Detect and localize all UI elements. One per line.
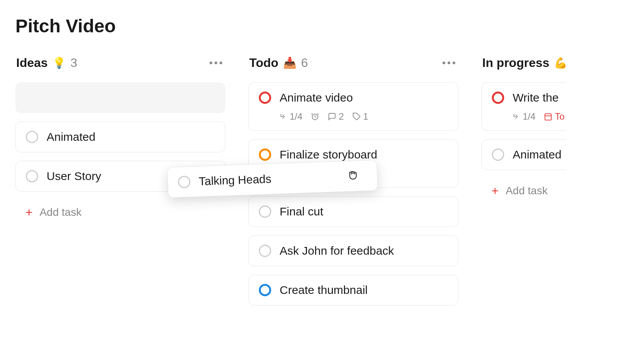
card-title: Talking Heads [199,172,272,188]
lightbulb-icon: 💡 [52,57,66,69]
status-circle-icon[interactable] [178,175,191,188]
tags-badge: 1 [352,111,368,122]
card-title: Animate video [280,91,353,104]
card-meta: 1/4 2 1 [280,111,448,122]
column-header-left: Ideas 💡 3 [16,56,77,70]
status-circle-icon[interactable] [26,170,38,182]
column-title: Todo [249,56,278,70]
grab-cursor-icon [346,168,359,184]
svg-rect-2 [545,114,552,120]
column-ideas: Ideas 💡 3 Animated User Story + Add task [15,56,225,225]
card-title: Final cut [280,205,323,218]
subtask-icon [280,113,287,120]
column-count: 6 [301,56,308,70]
reminder-badge [311,112,319,121]
board-title: Pitch Video [15,15,629,37]
status-circle-icon[interactable] [259,245,271,257]
task-card-ask-john[interactable]: Ask John for feedback [248,235,458,266]
add-task-label: Add task [40,206,82,219]
status-circle-icon[interactable] [492,148,504,161]
column-header: Todo 📥 6 [248,56,458,70]
date-badge: To [544,111,564,122]
card-meta: 1/4 To [513,111,566,122]
task-card-create-thumbnail[interactable]: Create thumbnail [248,275,458,305]
column-count: 3 [70,56,77,70]
status-circle-icon[interactable] [492,92,504,104]
column-header-left: In progress 💪 [482,56,566,70]
flex-arm-icon: 💪 [554,57,566,69]
card-title: Finalize storyboard [280,148,377,161]
plus-icon: + [25,206,33,219]
subtasks-badge: 1/4 [280,111,302,122]
subtask-icon [513,113,520,120]
column-title: Ideas [16,56,48,70]
card-title: Ask John for feedback [280,244,394,257]
task-card-animate-video[interactable]: Animate video 1/4 [248,82,458,131]
comments-badge: 2 [328,111,344,122]
calendar-icon [544,112,552,121]
status-circle-icon[interactable] [259,284,271,296]
plus-icon: + [491,185,499,197]
add-task-label: Add task [506,185,548,197]
column-header: In progress 💪 [481,56,566,70]
inbox-icon: 📥 [283,57,297,69]
task-card-animated[interactable]: Animated [15,122,225,152]
task-card-write-the[interactable]: Write the 1/4 To [481,82,566,131]
alarm-icon [311,112,319,121]
more-icon[interactable] [440,59,458,67]
card-title: Animated [47,130,96,143]
task-card-animated-progress[interactable]: Animated [481,139,566,170]
card-title: Animated [513,148,562,161]
status-circle-icon[interactable] [259,205,271,218]
status-circle-icon[interactable] [26,131,38,143]
column-header-left: Todo 📥 6 [249,56,308,70]
add-task-button[interactable]: + Add task [481,178,566,203]
column-in-progress: In progress 💪 Write the 1/4 [481,56,566,203]
subtasks-badge: 1/4 [513,111,535,122]
more-icon[interactable] [207,59,225,67]
card-drop-placeholder [15,82,225,113]
tag-icon [352,112,361,121]
kanban-columns: Ideas 💡 3 Animated User Story + Add task [15,56,629,314]
add-task-button[interactable]: + Add task [15,200,225,225]
card-title: Create thumbnail [280,284,367,297]
comment-icon [328,112,336,121]
status-circle-icon[interactable] [259,148,271,161]
card-title: User Story [47,170,101,183]
status-circle-icon[interactable] [259,92,271,104]
card-title: Write the [513,91,559,104]
column-title: In progress [482,56,549,70]
task-card-final-cut[interactable]: Final cut [248,196,458,227]
column-header: Ideas 💡 3 [15,56,225,70]
